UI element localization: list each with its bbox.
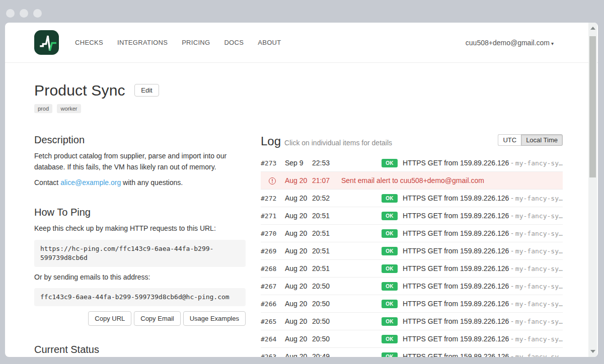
log-row-date: Aug 20: [285, 229, 312, 237]
log-row-date: Aug 20: [285, 264, 312, 272]
ok-badge: OK: [382, 335, 398, 343]
log-row-event-cell: HTTPS GET from 159.89.226.126 - my-fancy…: [398, 212, 563, 220]
log-row-slug: my-fancy-sy…: [515, 212, 563, 220]
local-time-toggle-button[interactable]: Local Time: [521, 134, 563, 146]
healthchecks-logo-icon[interactable]: [34, 30, 59, 55]
timezone-toggle: UTC Local Time: [498, 134, 563, 146]
how-to-ping-heading: How To Ping: [34, 207, 246, 218]
log-row-event: HTTPS GET from 159.89.226.126: [403, 282, 509, 290]
log-row[interactable]: #266 Aug 20 20:50 OK HTTPS GET from 159.…: [261, 295, 563, 313]
log-row-number: #273: [261, 159, 285, 167]
log-row-event-cell: HTTPS GET from 159.89.226.126 - my-fancy…: [398, 300, 563, 308]
log-row-event: HTTPS GET from 159.89.226.126: [403, 300, 509, 308]
log-row[interactable]: #265 Aug 20 20:50 OK HTTPS GET from 159.…: [261, 313, 563, 330]
log-row-time: 20:49: [312, 352, 341, 357]
nav-item-docs[interactable]: DOCS: [217, 39, 251, 46]
contact-email-link[interactable]: alice@example.org: [60, 178, 121, 187]
ok-badge: OK: [382, 282, 398, 291]
utc-toggle-button[interactable]: UTC: [498, 134, 521, 146]
log-row-slug: my-fancy-sy…: [515, 318, 563, 325]
log-row-date: Aug 20: [285, 352, 312, 357]
scrollbar[interactable]: [588, 23, 597, 357]
log-row[interactable]: #263 Aug 20 20:49 OK HTTPS GET from 159.…: [261, 348, 563, 357]
description-body: Fetch product catalog from supplier, par…: [34, 151, 246, 172]
page-title: Product Sync: [34, 82, 125, 99]
ok-badge: OK: [382, 159, 398, 167]
log-row-date: Aug 20: [285, 212, 312, 220]
ok-badge: OK: [382, 229, 398, 238]
log-row-slug: my-fancy-sy…: [515, 283, 563, 290]
log-row[interactable]: #271 Aug 20 20:51 OK HTTPS GET from 159.…: [261, 207, 563, 225]
log-row[interactable]: #264 Aug 20 20:50 OK HTTPS GET from 159.…: [261, 330, 563, 348]
log-row[interactable]: #268 Aug 20 20:51 OK HTTPS GET from 159.…: [261, 260, 563, 278]
log-row-separator: -: [509, 335, 515, 343]
nav-item-integrations[interactable]: INTEGRATIONS: [110, 39, 175, 46]
ok-badge: OK: [382, 352, 398, 357]
log-row-slug: my-fancy-sy…: [515, 230, 563, 237]
log-heading: Log: [261, 134, 281, 148]
tag-list: prod worker: [34, 104, 598, 113]
log-row-time: 20:50: [312, 335, 341, 343]
log-row-event: HTTPS GET from 159.89.226.126: [403, 229, 509, 237]
log-row-date: Aug 20: [285, 282, 312, 290]
log-row-separator: -: [509, 229, 515, 237]
tag-worker: worker: [57, 104, 81, 113]
navbar: CHECKS INTEGRATIONS PRICING DOCS ABOUT c…: [5, 23, 598, 63]
log-row-number: #267: [261, 283, 285, 290]
nav-item-about[interactable]: ABOUT: [251, 39, 288, 46]
browser-window: CHECKS INTEGRATIONS PRICING DOCS ABOUT c…: [5, 23, 598, 357]
log-row-time: 20:51: [312, 247, 341, 255]
ok-badge: OK: [382, 212, 398, 220]
window-dot-minimize[interactable]: [20, 9, 28, 18]
window-dot-maximize[interactable]: [33, 9, 42, 18]
log-row-date: Aug 20: [285, 335, 312, 343]
log-row-separator: -: [509, 212, 515, 220]
contact-prefix: Contact: [34, 178, 60, 187]
scrollbar-up-arrow-icon[interactable]: [590, 27, 595, 30]
log-row[interactable]: #273 Sep 9 22:53 OK HTTPS GET from 159.8…: [261, 154, 563, 172]
log-row-separator: -: [509, 264, 515, 272]
log-row-event-cell: HTTPS GET from 159.89.226.126 - my-fancy…: [398, 335, 563, 343]
log-row-number: #268: [261, 265, 285, 272]
scrollbar-down-arrow-icon[interactable]: [590, 350, 595, 353]
log-row-time: 20:50: [312, 282, 341, 290]
log-row-separator: -: [509, 194, 515, 202]
log-row-event: HTTPS GET from 159.89.226.126: [403, 335, 509, 343]
log-row[interactable]: #270 Aug 20 20:51 OK HTTPS GET from 159.…: [261, 225, 563, 242]
log-row-date: Aug 20: [285, 247, 312, 255]
account-dropdown[interactable]: cuu508+demo@gmail.com▾: [466, 39, 554, 47]
log-row-event: HTTPS GET from 159.89.226.126: [403, 212, 509, 220]
ping-url-code: https://hc-ping.com/ffc143c9-6aea-44fa-b…: [34, 240, 246, 267]
log-row-separator: -: [509, 317, 515, 325]
copy-email-button[interactable]: Copy Email: [134, 311, 180, 326]
ok-badge: OK: [382, 317, 398, 326]
copy-url-button[interactable]: Copy URL: [88, 311, 131, 326]
nav-item-checks[interactable]: CHECKS: [68, 39, 110, 46]
log-row-event-cell: HTTPS GET from 159.89.226.126 - my-fancy…: [398, 317, 563, 325]
tag-prod: prod: [34, 104, 52, 113]
scrollbar-thumb[interactable]: [589, 36, 596, 177]
window-dot-close[interactable]: [6, 9, 15, 18]
log-row-time: 21:07: [312, 176, 341, 185]
log-row[interactable]: #272 Aug 20 20:52 OK HTTPS GET from 159.…: [261, 190, 563, 207]
edit-button[interactable]: Edit: [134, 84, 159, 97]
log-row-slug: my-fancy-sy…: [515, 159, 563, 167]
log-row-number: #269: [261, 247, 285, 255]
nav-item-pricing[interactable]: PRICING: [175, 39, 217, 46]
log-row-time: 20:51: [312, 264, 341, 272]
log-row-event-cell: HTTPS GET from 159.89.226.126 - my-fancy…: [398, 229, 563, 237]
log-header: LogClick on individual items for details…: [261, 134, 563, 151]
log-row-date: Aug 20: [285, 317, 312, 325]
current-status-heading: Current Status: [34, 344, 246, 355]
page-content: Product Sync Edit prod worker Descriptio…: [5, 63, 598, 357]
window-controls: [6, 9, 42, 18]
log-row-date: Sep 9: [285, 159, 312, 167]
log-row-alert[interactable]: ! Aug 20 21:07 Sent email alert to cuu50…: [261, 172, 563, 190]
ping-email-instruction: Or by sending emails to this address:: [34, 272, 246, 283]
log-row-event: HTTPS GET from 159.89.226.126: [403, 247, 509, 255]
log-subtitle: Click on individual items for details: [284, 139, 392, 147]
usage-examples-button[interactable]: Usage Examples: [183, 311, 246, 326]
log-row-time: 20:51: [312, 229, 341, 237]
log-row[interactable]: #267 Aug 20 20:50 OK HTTPS GET from 159.…: [261, 278, 563, 295]
log-row[interactable]: #269 Aug 20 20:51 OK HTTPS GET from 159.…: [261, 242, 563, 260]
